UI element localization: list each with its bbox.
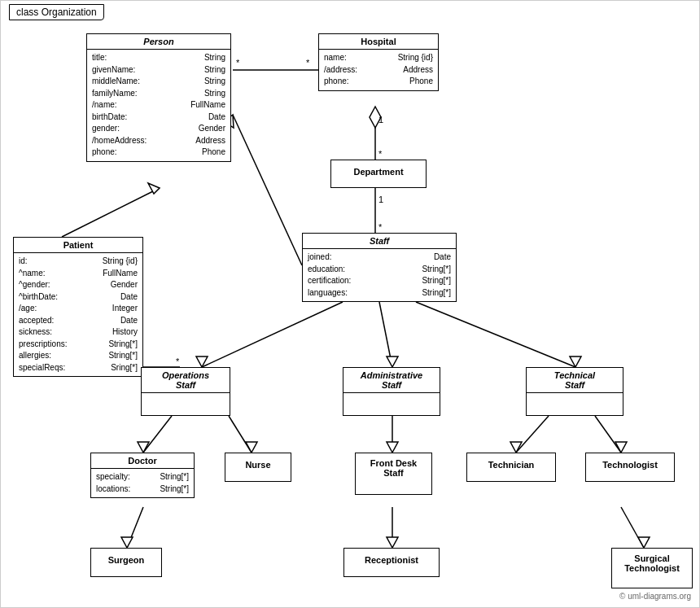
class-person-attrs: title:String givenName:String middleName… xyxy=(87,50,230,161)
class-nurse-title: Nurse xyxy=(225,453,291,476)
svg-marker-30 xyxy=(510,442,522,453)
class-surgeon-title: Surgeon xyxy=(91,549,161,571)
svg-text:*: * xyxy=(378,222,383,232)
svg-marker-36 xyxy=(387,537,398,548)
class-person: Person title:String givenName:String mid… xyxy=(86,33,231,162)
class-receptionist-title: Receptionist xyxy=(344,549,439,571)
svg-line-29 xyxy=(516,416,549,453)
class-patient-title: Patient xyxy=(14,238,142,253)
class-front-desk-staff: Front Desk Staff xyxy=(355,453,432,495)
class-doctor-attrs: specialty:String[*] locations:String[*] xyxy=(91,469,194,497)
svg-line-31 xyxy=(595,416,621,453)
class-surgical-technologist-title: Surgical Technologist xyxy=(612,549,692,578)
svg-marker-26 xyxy=(246,442,257,453)
svg-marker-38 xyxy=(638,537,650,548)
class-department: Department xyxy=(330,160,427,188)
class-technologist-title: Technologist xyxy=(586,453,674,476)
svg-line-12 xyxy=(233,115,302,265)
class-operations-staff-title: Operations Staff xyxy=(142,368,230,393)
svg-marker-20 xyxy=(387,356,398,367)
class-technical-staff: Technical Staff xyxy=(526,367,623,416)
svg-marker-34 xyxy=(121,537,133,548)
svg-text:*: * xyxy=(236,58,240,68)
diagram-container: class Organization * * 1 * 1 * * * xyxy=(0,0,700,608)
svg-line-23 xyxy=(143,416,172,453)
svg-text:1: 1 xyxy=(378,195,383,204)
diagram-title: class Organization xyxy=(9,4,104,20)
class-administrative-staff: Administrative Staff xyxy=(343,367,440,416)
svg-marker-4 xyxy=(370,107,381,128)
svg-text:1: 1 xyxy=(378,115,383,125)
svg-marker-11 xyxy=(148,183,160,194)
svg-text:*: * xyxy=(378,149,383,159)
svg-line-33 xyxy=(127,507,143,548)
svg-marker-32 xyxy=(615,442,627,453)
class-technologist: Technologist xyxy=(585,453,675,482)
svg-line-17 xyxy=(202,302,343,367)
class-hospital: Hospital name:String {id} /address:Addre… xyxy=(318,33,439,91)
class-technician-title: Technician xyxy=(467,453,555,476)
class-hospital-attrs: name:String {id} /address:Address phone:… xyxy=(319,50,438,90)
class-nurse: Nurse xyxy=(225,453,291,482)
copyright: © uml-diagrams.org xyxy=(619,592,691,601)
svg-line-21 xyxy=(416,302,575,367)
class-patient-attrs: id:String {id} ^name:FullName ^gender:Ge… xyxy=(14,253,142,376)
svg-marker-18 xyxy=(196,356,208,367)
class-operations-staff: Operations Staff xyxy=(141,367,230,416)
class-surgical-technologist: Surgical Technologist xyxy=(611,548,693,588)
class-doctor: Doctor specialty:String[*] locations:Str… xyxy=(90,453,195,498)
class-person-title: Person xyxy=(87,34,230,50)
class-administrative-staff-title: Administrative Staff xyxy=(343,368,440,393)
class-department-title: Department xyxy=(331,160,426,183)
svg-marker-28 xyxy=(387,442,398,453)
svg-line-25 xyxy=(229,416,252,453)
class-staff-attrs: joined:Date education:String[*] certific… xyxy=(303,249,456,301)
class-front-desk-staff-title: Front Desk Staff xyxy=(356,453,431,483)
class-staff-title: Staff xyxy=(303,234,456,249)
class-surgeon: Surgeon xyxy=(90,548,162,577)
svg-line-19 xyxy=(379,302,392,367)
class-hospital-title: Hospital xyxy=(319,34,438,50)
class-patient: Patient id:String {id} ^name:FullName ^g… xyxy=(13,237,143,377)
class-staff: Staff joined:Date education:String[*] ce… xyxy=(302,233,457,302)
svg-marker-24 xyxy=(138,442,149,453)
svg-line-10 xyxy=(62,188,160,237)
class-receptionist: Receptionist xyxy=(343,548,440,577)
svg-text:*: * xyxy=(306,58,310,68)
svg-line-37 xyxy=(621,507,644,548)
class-technical-staff-title: Technical Staff xyxy=(527,368,623,393)
svg-marker-22 xyxy=(570,356,581,367)
svg-text:*: * xyxy=(176,356,180,366)
class-technician: Technician xyxy=(466,453,556,482)
class-doctor-title: Doctor xyxy=(91,453,194,469)
